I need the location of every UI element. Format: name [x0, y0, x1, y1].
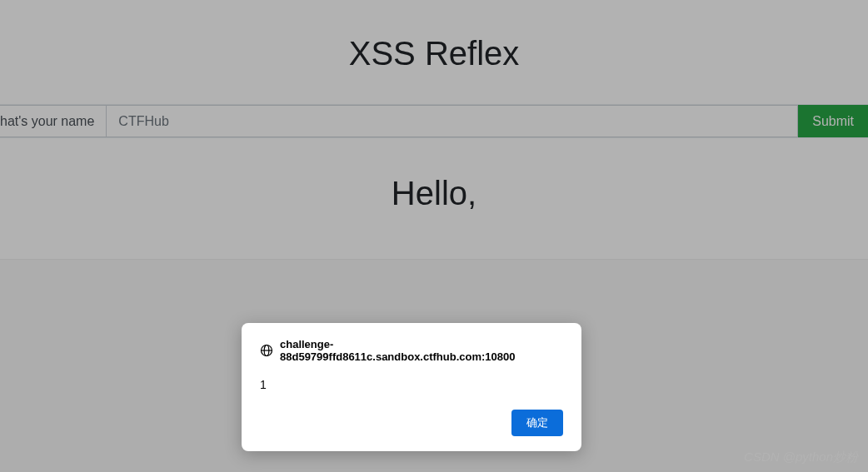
- dialog-footer: 确定: [260, 410, 563, 436]
- dialog-header: challenge-88d59799ffd8611c.sandbox.ctfhu…: [260, 338, 563, 363]
- dialog-message: 1: [260, 378, 563, 391]
- alert-dialog: challenge-88d59799ffd8611c.sandbox.ctfhu…: [242, 323, 581, 451]
- watermark: CSDN @python炒粉: [744, 450, 858, 465]
- dialog-domain: challenge-88d59799ffd8611c.sandbox.ctfhu…: [280, 338, 563, 363]
- dialog-ok-button[interactable]: 确定: [511, 410, 563, 436]
- globe-icon: [260, 344, 273, 357]
